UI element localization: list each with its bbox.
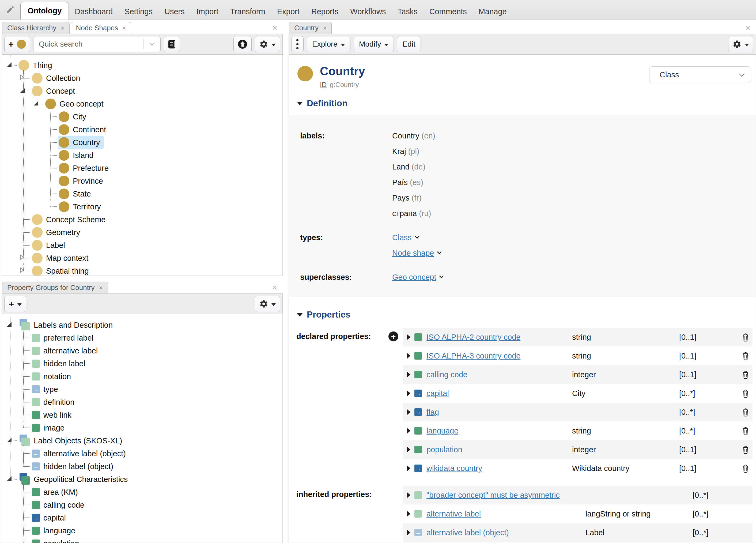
group-item-type[interactable]: type bbox=[31, 383, 62, 396]
expand-property-icon[interactable] bbox=[407, 353, 410, 359]
group-item-population[interactable]: population bbox=[31, 537, 83, 543]
chevron-down-icon[interactable] bbox=[437, 250, 442, 254]
delete-property-button[interactable] bbox=[736, 408, 749, 417]
collapse-node-icon[interactable] bbox=[7, 438, 12, 442]
locate-button[interactable] bbox=[233, 36, 252, 52]
add-class-button[interactable]: + bbox=[4, 36, 30, 52]
close-panel-icon[interactable]: × bbox=[272, 22, 277, 33]
property-link[interactable]: ISO ALPHA-2 country code bbox=[426, 333, 572, 342]
close-tab-icon[interactable]: × bbox=[99, 284, 103, 292]
delete-property-button[interactable] bbox=[736, 389, 749, 398]
chevron-down-icon[interactable] bbox=[439, 274, 444, 278]
class-item-city[interactable]: City bbox=[58, 110, 90, 123]
delete-property-button[interactable] bbox=[736, 427, 749, 435]
group-item-hidden-label-object[interactable]: hidden label (object) bbox=[31, 460, 117, 473]
delete-property-button[interactable] bbox=[736, 370, 749, 379]
expand-property-icon[interactable] bbox=[407, 530, 410, 536]
property-link[interactable]: alternative label (object) bbox=[426, 528, 585, 537]
property-link[interactable]: "broader concept" must be asymmetric bbox=[426, 491, 585, 500]
nav-tab-tasks[interactable]: Tasks bbox=[392, 3, 424, 20]
close-tab-icon[interactable]: × bbox=[323, 24, 327, 32]
expand-node-icon[interactable] bbox=[20, 74, 24, 81]
nav-tab-dashboard[interactable]: Dashboard bbox=[69, 3, 119, 20]
more-actions-button[interactable] bbox=[291, 36, 304, 52]
nav-tab-comments[interactable]: Comments bbox=[424, 3, 473, 20]
class-item-label[interactable]: Label bbox=[31, 239, 69, 252]
properties-section-header[interactable]: Properties bbox=[289, 310, 756, 320]
collapse-node-icon[interactable] bbox=[34, 101, 38, 105]
chevron-down-icon[interactable] bbox=[415, 234, 419, 239]
collapse-node-icon[interactable] bbox=[7, 62, 12, 67]
delete-property-button[interactable] bbox=[736, 445, 749, 454]
class-tree-settings-button[interactable] bbox=[255, 36, 280, 52]
superclass-link-geo-concept[interactable]: Geo concept bbox=[392, 273, 436, 282]
expand-property-icon[interactable] bbox=[407, 409, 410, 415]
dictionary-button[interactable] bbox=[164, 36, 180, 52]
group-item-calling-code[interactable]: calling code bbox=[31, 499, 88, 511]
expand-property-icon[interactable] bbox=[407, 447, 410, 453]
class-item-country[interactable]: Country bbox=[58, 136, 104, 149]
property-link[interactable]: flag bbox=[426, 408, 572, 417]
group-item-notation[interactable]: notation bbox=[31, 370, 74, 383]
class-item-island[interactable]: Island bbox=[58, 149, 97, 162]
class-item-map-context[interactable]: Map context bbox=[31, 252, 92, 265]
nav-tab-users[interactable]: Users bbox=[158, 3, 191, 20]
close-tab-icon[interactable]: × bbox=[61, 24, 65, 32]
expand-property-icon[interactable] bbox=[407, 334, 410, 340]
group-item-capital[interactable]: capital bbox=[31, 511, 69, 524]
property-link[interactable]: alternative label bbox=[426, 510, 585, 518]
class-item-concept-scheme[interactable]: Concept Scheme bbox=[31, 213, 109, 226]
delete-property-button[interactable] bbox=[736, 464, 749, 473]
property-link[interactable]: ISO ALPHA-3 country code bbox=[426, 352, 572, 360]
tab-country[interactable]: Country × bbox=[289, 22, 332, 34]
search-options-chevron-icon[interactable] bbox=[144, 43, 160, 45]
class-item-province[interactable]: Province bbox=[58, 175, 107, 187]
close-panel-icon[interactable]: × bbox=[272, 282, 277, 293]
property-link[interactable]: capital bbox=[426, 389, 572, 398]
collapse-node-icon[interactable] bbox=[7, 476, 12, 481]
add-property-group-button[interactable]: + bbox=[4, 296, 26, 312]
expand-node-icon[interactable] bbox=[20, 254, 24, 261]
class-item-geometry[interactable]: Geometry bbox=[31, 226, 84, 239]
property-link[interactable]: population bbox=[426, 445, 572, 454]
tab-property-groups-for-country[interactable]: Property Groups for Country × bbox=[2, 282, 108, 293]
nav-tab-ontology[interactable]: Ontology bbox=[20, 2, 69, 20]
delete-property-button[interactable] bbox=[736, 352, 749, 360]
expand-property-icon[interactable] bbox=[407, 511, 410, 517]
nav-tab-transform[interactable]: Transform bbox=[224, 3, 271, 20]
expand-node-icon[interactable] bbox=[20, 267, 24, 274]
class-item-continent[interactable]: Continent bbox=[58, 123, 109, 136]
collapse-node-icon[interactable] bbox=[20, 88, 25, 93]
group-item-alternative-label[interactable]: alternative label bbox=[31, 344, 101, 357]
expand-property-icon[interactable] bbox=[407, 428, 410, 434]
property-groups-settings-button[interactable] bbox=[255, 296, 280, 312]
collapse-node-icon[interactable] bbox=[7, 322, 12, 327]
tab-node-shapes[interactable]: Node Shapes× bbox=[71, 22, 131, 34]
class-item-prefecture[interactable]: Prefecture bbox=[58, 162, 112, 175]
explore-button[interactable]: Explore bbox=[307, 36, 350, 52]
property-link[interactable]: calling code bbox=[426, 370, 572, 379]
property-link[interactable]: wikidata country bbox=[426, 464, 572, 473]
nav-tab-import[interactable]: Import bbox=[191, 3, 224, 20]
class-item-thing[interactable]: Thing bbox=[18, 59, 56, 72]
class-item-concept[interactable]: Concept bbox=[31, 85, 78, 97]
resource-type-select[interactable]: Class bbox=[649, 66, 751, 83]
expand-property-icon[interactable] bbox=[407, 492, 410, 498]
edit-button[interactable]: Edit bbox=[397, 36, 421, 52]
class-item-geo-concept[interactable]: Geo concept bbox=[45, 97, 107, 110]
nav-tab-settings[interactable]: Settings bbox=[119, 3, 158, 20]
group-item-alternative-label-object[interactable]: alternative label (object) bbox=[31, 447, 129, 460]
close-tab-icon[interactable]: × bbox=[122, 24, 126, 32]
class-item-spatial-thing[interactable]: Spatial thing bbox=[31, 265, 92, 276]
class-item-collection[interactable]: Collection bbox=[31, 72, 84, 85]
modify-button[interactable]: Modify bbox=[354, 36, 394, 52]
group-item-area-km[interactable]: area (KM) bbox=[31, 486, 81, 499]
resource-settings-button[interactable] bbox=[728, 36, 753, 52]
group-item-web-link[interactable]: web link bbox=[31, 409, 75, 421]
type-link-node-shape[interactable]: Node shape bbox=[392, 249, 434, 258]
nav-tab-workflows[interactable]: Workflows bbox=[344, 3, 392, 20]
quick-search-input[interactable] bbox=[33, 40, 143, 48]
group-item-preferred-label[interactable]: preferred label bbox=[31, 331, 97, 344]
nav-tab-reports[interactable]: Reports bbox=[305, 3, 345, 20]
group-item-labels-and-description[interactable]: Labels and Description bbox=[18, 319, 116, 331]
